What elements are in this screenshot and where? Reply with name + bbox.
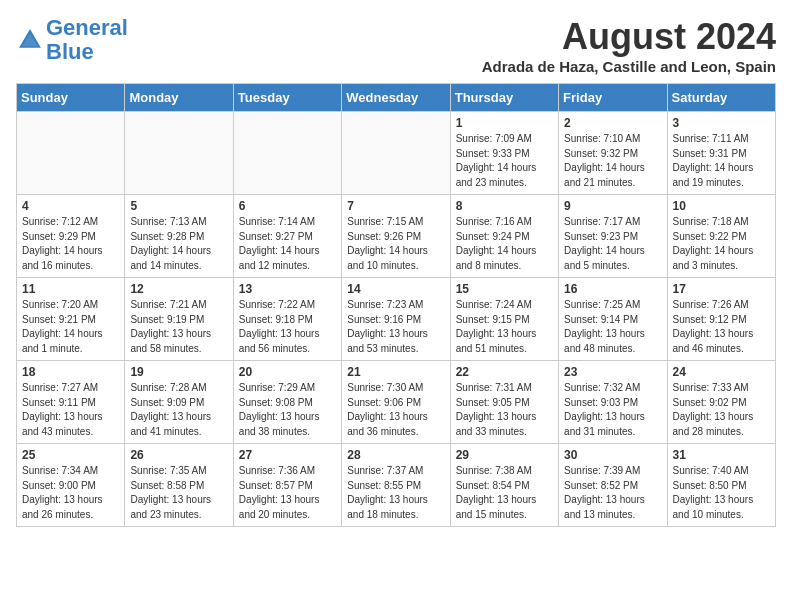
day-cell: 10Sunrise: 7:18 AM Sunset: 9:22 PM Dayli… xyxy=(667,195,775,278)
day-info: Sunrise: 7:27 AM Sunset: 9:11 PM Dayligh… xyxy=(22,381,119,439)
day-info: Sunrise: 7:23 AM Sunset: 9:16 PM Dayligh… xyxy=(347,298,444,356)
day-info: Sunrise: 7:20 AM Sunset: 9:21 PM Dayligh… xyxy=(22,298,119,356)
day-number: 18 xyxy=(22,365,119,379)
day-cell: 15Sunrise: 7:24 AM Sunset: 9:15 PM Dayli… xyxy=(450,278,558,361)
calendar-body: 1Sunrise: 7:09 AM Sunset: 9:33 PM Daylig… xyxy=(17,112,776,527)
day-number: 25 xyxy=(22,448,119,462)
day-cell: 14Sunrise: 7:23 AM Sunset: 9:16 PM Dayli… xyxy=(342,278,450,361)
day-number: 21 xyxy=(347,365,444,379)
day-info: Sunrise: 7:36 AM Sunset: 8:57 PM Dayligh… xyxy=(239,464,336,522)
day-info: Sunrise: 7:10 AM Sunset: 9:32 PM Dayligh… xyxy=(564,132,661,190)
day-number: 5 xyxy=(130,199,227,213)
week-row-5: 25Sunrise: 7:34 AM Sunset: 9:00 PM Dayli… xyxy=(17,444,776,527)
day-cell: 17Sunrise: 7:26 AM Sunset: 9:12 PM Dayli… xyxy=(667,278,775,361)
day-number: 6 xyxy=(239,199,336,213)
day-number: 24 xyxy=(673,365,770,379)
day-cell: 9Sunrise: 7:17 AM Sunset: 9:23 PM Daylig… xyxy=(559,195,667,278)
day-info: Sunrise: 7:33 AM Sunset: 9:02 PM Dayligh… xyxy=(673,381,770,439)
week-row-1: 1Sunrise: 7:09 AM Sunset: 9:33 PM Daylig… xyxy=(17,112,776,195)
logo: General Blue xyxy=(16,16,128,64)
day-info: Sunrise: 7:14 AM Sunset: 9:27 PM Dayligh… xyxy=(239,215,336,273)
day-number: 4 xyxy=(22,199,119,213)
day-cell: 12Sunrise: 7:21 AM Sunset: 9:19 PM Dayli… xyxy=(125,278,233,361)
day-number: 16 xyxy=(564,282,661,296)
day-info: Sunrise: 7:35 AM Sunset: 8:58 PM Dayligh… xyxy=(130,464,227,522)
day-info: Sunrise: 7:15 AM Sunset: 9:26 PM Dayligh… xyxy=(347,215,444,273)
day-info: Sunrise: 7:31 AM Sunset: 9:05 PM Dayligh… xyxy=(456,381,553,439)
day-cell: 19Sunrise: 7:28 AM Sunset: 9:09 PM Dayli… xyxy=(125,361,233,444)
logo-icon xyxy=(16,26,44,54)
day-cell: 29Sunrise: 7:38 AM Sunset: 8:54 PM Dayli… xyxy=(450,444,558,527)
day-number: 10 xyxy=(673,199,770,213)
day-number: 7 xyxy=(347,199,444,213)
day-cell: 16Sunrise: 7:25 AM Sunset: 9:14 PM Dayli… xyxy=(559,278,667,361)
day-cell: 18Sunrise: 7:27 AM Sunset: 9:11 PM Dayli… xyxy=(17,361,125,444)
day-number: 27 xyxy=(239,448,336,462)
day-cell: 24Sunrise: 7:33 AM Sunset: 9:02 PM Dayli… xyxy=(667,361,775,444)
day-cell: 3Sunrise: 7:11 AM Sunset: 9:31 PM Daylig… xyxy=(667,112,775,195)
day-cell: 4Sunrise: 7:12 AM Sunset: 9:29 PM Daylig… xyxy=(17,195,125,278)
day-number: 8 xyxy=(456,199,553,213)
day-cell: 27Sunrise: 7:36 AM Sunset: 8:57 PM Dayli… xyxy=(233,444,341,527)
day-info: Sunrise: 7:24 AM Sunset: 9:15 PM Dayligh… xyxy=(456,298,553,356)
day-info: Sunrise: 7:26 AM Sunset: 9:12 PM Dayligh… xyxy=(673,298,770,356)
day-number: 2 xyxy=(564,116,661,130)
header-row: SundayMondayTuesdayWednesdayThursdayFrid… xyxy=(17,84,776,112)
day-number: 1 xyxy=(456,116,553,130)
header-cell-tuesday: Tuesday xyxy=(233,84,341,112)
day-number: 20 xyxy=(239,365,336,379)
day-number: 29 xyxy=(456,448,553,462)
day-number: 12 xyxy=(130,282,227,296)
week-row-3: 11Sunrise: 7:20 AM Sunset: 9:21 PM Dayli… xyxy=(17,278,776,361)
day-cell: 11Sunrise: 7:20 AM Sunset: 9:21 PM Dayli… xyxy=(17,278,125,361)
day-number: 23 xyxy=(564,365,661,379)
day-cell: 7Sunrise: 7:15 AM Sunset: 9:26 PM Daylig… xyxy=(342,195,450,278)
day-cell: 2Sunrise: 7:10 AM Sunset: 9:32 PM Daylig… xyxy=(559,112,667,195)
day-info: Sunrise: 7:13 AM Sunset: 9:28 PM Dayligh… xyxy=(130,215,227,273)
week-row-2: 4Sunrise: 7:12 AM Sunset: 9:29 PM Daylig… xyxy=(17,195,776,278)
day-info: Sunrise: 7:28 AM Sunset: 9:09 PM Dayligh… xyxy=(130,381,227,439)
header-cell-monday: Monday xyxy=(125,84,233,112)
calendar-header: SundayMondayTuesdayWednesdayThursdayFrid… xyxy=(17,84,776,112)
day-number: 31 xyxy=(673,448,770,462)
day-cell xyxy=(342,112,450,195)
day-info: Sunrise: 7:18 AM Sunset: 9:22 PM Dayligh… xyxy=(673,215,770,273)
day-cell: 22Sunrise: 7:31 AM Sunset: 9:05 PM Dayli… xyxy=(450,361,558,444)
day-cell: 1Sunrise: 7:09 AM Sunset: 9:33 PM Daylig… xyxy=(450,112,558,195)
header-cell-thursday: Thursday xyxy=(450,84,558,112)
day-cell xyxy=(125,112,233,195)
day-info: Sunrise: 7:37 AM Sunset: 8:55 PM Dayligh… xyxy=(347,464,444,522)
day-info: Sunrise: 7:39 AM Sunset: 8:52 PM Dayligh… xyxy=(564,464,661,522)
day-cell xyxy=(17,112,125,195)
day-info: Sunrise: 7:16 AM Sunset: 9:24 PM Dayligh… xyxy=(456,215,553,273)
calendar-table: SundayMondayTuesdayWednesdayThursdayFrid… xyxy=(16,83,776,527)
day-info: Sunrise: 7:17 AM Sunset: 9:23 PM Dayligh… xyxy=(564,215,661,273)
day-number: 22 xyxy=(456,365,553,379)
day-info: Sunrise: 7:29 AM Sunset: 9:08 PM Dayligh… xyxy=(239,381,336,439)
day-number: 11 xyxy=(22,282,119,296)
day-info: Sunrise: 7:32 AM Sunset: 9:03 PM Dayligh… xyxy=(564,381,661,439)
day-info: Sunrise: 7:11 AM Sunset: 9:31 PM Dayligh… xyxy=(673,132,770,190)
day-info: Sunrise: 7:12 AM Sunset: 9:29 PM Dayligh… xyxy=(22,215,119,273)
day-number: 15 xyxy=(456,282,553,296)
day-cell: 13Sunrise: 7:22 AM Sunset: 9:18 PM Dayli… xyxy=(233,278,341,361)
logo-line2: Blue xyxy=(46,39,94,64)
day-number: 13 xyxy=(239,282,336,296)
location-title: Adrada de Haza, Castille and Leon, Spain xyxy=(482,58,776,75)
day-info: Sunrise: 7:22 AM Sunset: 9:18 PM Dayligh… xyxy=(239,298,336,356)
day-number: 28 xyxy=(347,448,444,462)
header-cell-friday: Friday xyxy=(559,84,667,112)
day-info: Sunrise: 7:40 AM Sunset: 8:50 PM Dayligh… xyxy=(673,464,770,522)
month-title: August 2024 xyxy=(482,16,776,58)
day-cell: 30Sunrise: 7:39 AM Sunset: 8:52 PM Dayli… xyxy=(559,444,667,527)
week-row-4: 18Sunrise: 7:27 AM Sunset: 9:11 PM Dayli… xyxy=(17,361,776,444)
page-header: General Blue August 2024 Adrada de Haza,… xyxy=(16,16,776,75)
day-number: 19 xyxy=(130,365,227,379)
logo-line1: General xyxy=(46,15,128,40)
day-number: 9 xyxy=(564,199,661,213)
header-cell-saturday: Saturday xyxy=(667,84,775,112)
day-number: 3 xyxy=(673,116,770,130)
day-number: 26 xyxy=(130,448,227,462)
day-info: Sunrise: 7:38 AM Sunset: 8:54 PM Dayligh… xyxy=(456,464,553,522)
title-block: August 2024 Adrada de Haza, Castille and… xyxy=(482,16,776,75)
